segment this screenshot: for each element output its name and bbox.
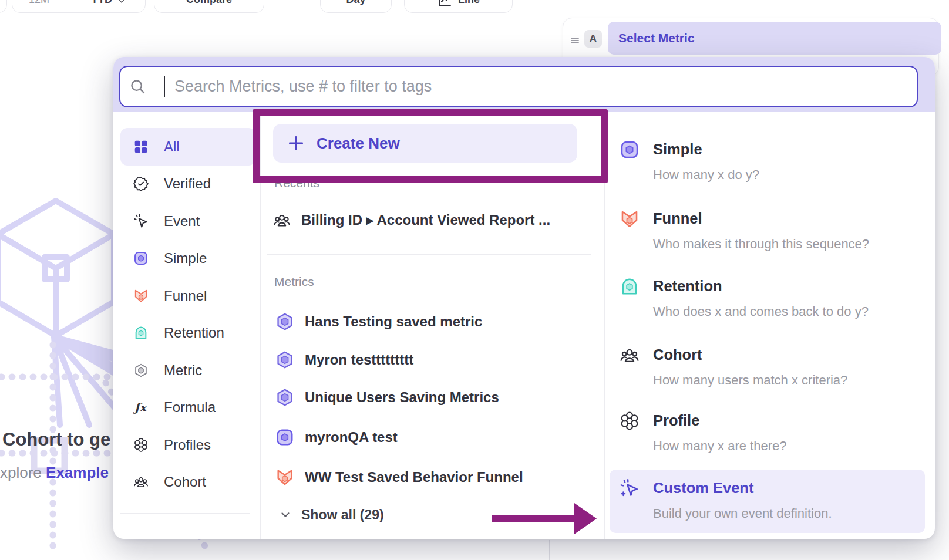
funnel-icon bbox=[275, 468, 294, 487]
verified-icon bbox=[133, 176, 149, 191]
type-funnel-desc: Who makes it through this sequence? bbox=[653, 237, 869, 252]
sidebar-item-label: Profiles bbox=[164, 437, 211, 453]
metric-icon bbox=[133, 363, 149, 378]
sidebar-item-label: Verified bbox=[164, 176, 211, 192]
empty-state-headline-fragment: Cohort to ge bbox=[2, 429, 114, 450]
sidebar-item-funnel[interactable]: Funnel bbox=[120, 277, 255, 315]
sidebar-item-label: Funnel bbox=[164, 288, 207, 304]
sidebar-item-label: Metric bbox=[164, 362, 202, 379]
type-profile[interactable]: Profile bbox=[653, 412, 699, 429]
metric-item-label: Hans Testing saved metric bbox=[305, 313, 482, 330]
type-simple[interactable]: Simple bbox=[653, 141, 702, 158]
metric-list-item[interactable]: Hans Testing saved metric bbox=[275, 310, 482, 333]
sidebar-item-label: Retention bbox=[164, 325, 224, 341]
event-icon bbox=[133, 214, 149, 229]
sidebar-item-label: Event bbox=[164, 213, 200, 230]
profiles-icon bbox=[133, 437, 149, 453]
metric-item-label: WW Test Saved Behavior Funnel bbox=[305, 469, 523, 485]
type-retention[interactable]: Retention bbox=[653, 278, 722, 295]
sidebar-item-label: Simple bbox=[164, 250, 207, 266]
type-cohort[interactable]: Cohort bbox=[653, 346, 702, 363]
type-cohort-desc: How many users match x criteria? bbox=[653, 373, 847, 388]
search-input[interactable] bbox=[119, 66, 918, 107]
simple-icon bbox=[620, 140, 640, 160]
saved-metric-icon bbox=[275, 350, 294, 369]
sidebar-item-metric[interactable]: Metric bbox=[120, 352, 255, 389]
page: Cohort to ge xplore Example R 12M YTD Co… bbox=[0, 0, 949, 560]
metric-item-label: Myron testtttttttt bbox=[305, 352, 413, 368]
show-all-label: Show all (29) bbox=[301, 507, 384, 523]
example-reports-link[interactable]: Example R bbox=[46, 464, 113, 481]
sidebar-item-formula[interactable]: Formula bbox=[120, 389, 255, 427]
recent-item-label: Billing ID ▸ Account Viewed Report ... bbox=[301, 212, 550, 228]
grid-icon bbox=[133, 139, 149, 154]
metric-list-item[interactable]: Myron testtttttttt bbox=[275, 348, 413, 372]
compare-button[interactable]: Compare bbox=[154, 0, 264, 13]
sidebar-bottom-divider bbox=[120, 513, 250, 514]
simple-icon bbox=[275, 428, 294, 447]
range-ytd-label: YTD bbox=[91, 0, 112, 6]
sidebar-item-cohort[interactable]: Cohort bbox=[120, 464, 255, 501]
show-all-toggle[interactable]: Show all (29) bbox=[279, 504, 384, 525]
range-12m-button[interactable]: 12M bbox=[12, 0, 66, 12]
cohort-icon bbox=[273, 211, 291, 229]
sidebar-item-verified[interactable]: Verified bbox=[120, 166, 255, 203]
cohort-icon bbox=[133, 474, 149, 490]
sidebar-item-all[interactable]: All bbox=[120, 128, 255, 166]
series-letter-chip: A bbox=[584, 30, 602, 48]
granularity-day-button[interactable]: Day bbox=[320, 0, 392, 13]
type-funnel[interactable]: Funnel bbox=[653, 210, 702, 227]
explore-prefix-text: xplore bbox=[0, 464, 46, 481]
sidebar-item-label: All bbox=[164, 139, 180, 155]
retention-icon bbox=[620, 276, 640, 296]
funnel-icon bbox=[133, 288, 149, 303]
sidebar-item-profiles[interactable]: Profiles bbox=[120, 426, 255, 464]
cohort-icon bbox=[620, 345, 640, 365]
custom-event-icon bbox=[620, 478, 640, 498]
chart-type-label: Line bbox=[458, 0, 480, 6]
sidebar-item-label: Formula bbox=[164, 399, 216, 416]
type-simple-desc: How many x do y? bbox=[653, 167, 759, 183]
annotation-arrow bbox=[492, 502, 598, 536]
select-metric-chip[interactable]: Select Metric bbox=[608, 22, 941, 55]
metric-item-label: Unique Users Saving Metrics bbox=[305, 389, 499, 406]
profiles-icon bbox=[620, 411, 640, 431]
type-custom-event-desc: Build your own event definition. bbox=[653, 506, 832, 521]
formula-icon bbox=[133, 400, 149, 415]
chevron-down-icon bbox=[279, 508, 292, 521]
saved-metric-icon bbox=[275, 312, 294, 331]
chart-type-line-button[interactable]: Line bbox=[404, 0, 513, 13]
sidebar-item-label: Cohort bbox=[164, 474, 206, 490]
sidebar-item-event[interactable]: Event bbox=[120, 203, 255, 240]
drag-handle-icon[interactable] bbox=[568, 33, 582, 48]
search-icon bbox=[129, 78, 146, 95]
metrics-section-header: Metrics bbox=[274, 275, 314, 289]
chevron-down-icon bbox=[117, 0, 126, 6]
line-chart-icon bbox=[437, 0, 452, 8]
text-caret bbox=[164, 76, 165, 97]
sidebar-item-simple[interactable]: Simple bbox=[120, 240, 255, 278]
saved-metric-icon bbox=[275, 388, 294, 407]
annotation-highlight-box bbox=[253, 109, 608, 183]
metric-list-item[interactable]: Unique Users Saving Metrics bbox=[275, 386, 499, 409]
page-column-divider bbox=[549, 540, 550, 560]
range-ytd-button[interactable]: YTD bbox=[72, 0, 145, 12]
recent-metric-item[interactable]: Billing ID ▸ Account Viewed Report ... bbox=[273, 208, 550, 232]
recents-divider bbox=[267, 254, 591, 255]
type-custom-event[interactable]: Custom Event bbox=[653, 480, 753, 497]
metric-list-item[interactable]: WW Test Saved Behavior Funnel bbox=[275, 465, 523, 489]
funnel-icon bbox=[620, 209, 640, 229]
retention-icon bbox=[133, 325, 149, 340]
sidebar-item-clipped[interactable] bbox=[120, 528, 255, 539]
metric-list-item[interactable]: myronQA test bbox=[275, 426, 398, 449]
date-range-segmented-control: 12M YTD bbox=[12, 0, 146, 13]
type-profile-desc: How many x are there? bbox=[653, 438, 786, 454]
sidebar-item-retention[interactable]: Retention bbox=[120, 315, 255, 352]
toolbar-fragment-button[interactable] bbox=[0, 0, 7, 13]
simple-icon bbox=[133, 251, 149, 266]
metric-item-label: myronQA test bbox=[305, 429, 398, 446]
empty-state-explore-line: xplore Example R bbox=[0, 464, 113, 482]
type-retention-desc: Who does x and comes back to do y? bbox=[653, 304, 869, 319]
